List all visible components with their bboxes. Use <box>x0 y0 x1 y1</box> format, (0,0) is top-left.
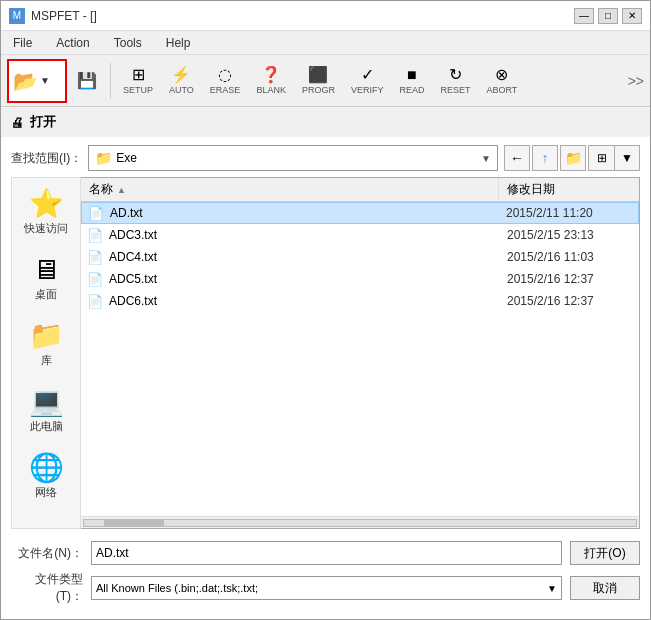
titlebar-left: M MSPFET - [] <box>9 8 97 24</box>
quick-access-icon: ⭐ <box>29 190 64 218</box>
filetype-row: 文件类型(T)： All Known Files (.bin;.dat;.tsk… <box>11 571 640 605</box>
save-button[interactable]: 💾 <box>69 59 105 103</box>
blank-label: BLANK <box>256 85 286 95</box>
location-text: Exe <box>116 151 477 165</box>
file-area: ⭐ 快速访问 🖥 桌面 📁 库 💻 此电脑 🌐 网络 <box>11 177 640 529</box>
file-list-header: 名称 ▲ 修改日期 <box>81 178 639 202</box>
sidebar-item-quick-access[interactable]: ⭐ 快速访问 <box>14 186 78 240</box>
sidebar-item-this-pc[interactable]: 💻 此电脑 <box>14 384 78 438</box>
filetype-dropdown-icon: ▼ <box>547 583 557 594</box>
file-name: ADC6.txt <box>105 294 499 308</box>
network-icon: 🌐 <box>29 454 64 482</box>
filetype-combo[interactable]: All Known Files (.bin;.dat;.tsk;.txt; ▼ <box>91 576 562 600</box>
blank-button[interactable]: ❓ BLANK <box>249 59 293 103</box>
table-row[interactable]: 📄 ADC5.txt 2015/2/16 12:37 <box>81 268 639 290</box>
filename-input[interactable] <box>91 541 562 565</box>
sort-icon: ▲ <box>117 185 126 195</box>
table-row[interactable]: 📄 ADC4.txt 2015/2/16 11:03 <box>81 246 639 268</box>
file-name: AD.txt <box>106 206 498 220</box>
menu-file[interactable]: File <box>5 34 40 52</box>
filetype-label: 文件类型(T)： <box>11 571 83 605</box>
dialog-title: 打开 <box>30 113 56 131</box>
view-button[interactable]: ⊞ ▼ <box>588 145 640 171</box>
auto-button[interactable]: ⚡ AUTO <box>162 59 201 103</box>
scrollbar-thumb[interactable] <box>104 520 164 526</box>
sidebar-quick-access-label: 快速访问 <box>24 221 68 236</box>
sidebar-library-label: 库 <box>41 353 52 368</box>
cancel-button[interactable]: 取消 <box>570 576 640 600</box>
file-icon: 📄 <box>85 294 105 309</box>
filename-row: 文件名(N)： 打开(O) <box>11 541 640 565</box>
minimize-button[interactable]: — <box>574 8 594 24</box>
table-row[interactable]: 📄 AD.txt 2015/2/11 11:20 <box>81 202 639 224</box>
back-button[interactable]: ← <box>504 145 530 171</box>
main-window: M MSPFET - [] — □ ✕ File Action Tools He… <box>0 0 651 620</box>
close-button[interactable]: ✕ <box>622 8 642 24</box>
table-row[interactable]: 📄 ADC6.txt 2015/2/16 12:37 <box>81 290 639 312</box>
abort-button[interactable]: ⊗ ABORT <box>479 59 524 103</box>
file-list: 📄 AD.txt 2015/2/11 11:20 📄 ADC3.txt 2015… <box>81 202 639 516</box>
program-button[interactable]: ⬛ PROGR <box>295 59 342 103</box>
verify-icon: ✓ <box>361 67 374 83</box>
file-icon: 📄 <box>85 250 105 265</box>
sidebar-item-desktop[interactable]: 🖥 桌面 <box>14 252 78 306</box>
menu-action[interactable]: Action <box>48 34 97 52</box>
toolbar-separator-1 <box>110 63 111 99</box>
read-label: READ <box>399 85 424 95</box>
save-icon: 💾 <box>77 73 97 89</box>
erase-button[interactable]: ◌ ERASE <box>203 59 248 103</box>
sidebar-item-library[interactable]: 📁 库 <box>14 318 78 372</box>
column-date[interactable]: 修改日期 <box>499 178 639 201</box>
sidebar-network-label: 网络 <box>35 485 57 500</box>
program-label: PROGR <box>302 85 335 95</box>
file-date: 2015/2/16 11:03 <box>499 250 639 264</box>
new-folder-button[interactable]: 📁 <box>560 145 586 171</box>
location-folder-icon: 📁 <box>95 150 112 166</box>
erase-icon: ◌ <box>218 67 232 83</box>
file-date: 2015/2/16 12:37 <box>499 272 639 286</box>
file-name: ADC3.txt <box>105 228 499 242</box>
location-nav-buttons: ← ↑ 📁 ⊞ ▼ <box>504 145 640 171</box>
column-name-label: 名称 <box>89 181 113 198</box>
app-icon: M <box>9 8 25 24</box>
this-pc-icon: 💻 <box>29 388 64 416</box>
window-title: MSPFET - [] <box>31 9 97 23</box>
read-button[interactable]: ■ READ <box>392 59 431 103</box>
toolbar: 📂 ▼ 💾 ⊞ SETUP ⚡ AUTO ◌ ERASE ❓ BLANK <box>1 55 650 107</box>
table-row[interactable]: 📄 ADC3.txt 2015/2/15 23:13 <box>81 224 639 246</box>
column-name[interactable]: 名称 ▲ <box>81 178 499 201</box>
titlebar: M MSPFET - [] — □ ✕ <box>1 1 650 31</box>
verify-label: VERIFY <box>351 85 384 95</box>
file-icon: 📄 <box>86 206 106 221</box>
horizontal-scrollbar[interactable] <box>81 516 639 528</box>
filetype-text: All Known Files (.bin;.dat;.tsk;.txt; <box>96 582 547 594</box>
dialog-body: 查找范围(I)： 📁 Exe ▼ ← ↑ 📁 ⊞ ▼ ⭐ <box>1 137 650 619</box>
location-combo[interactable]: 📁 Exe ▼ <box>88 145 498 171</box>
auto-label: AUTO <box>169 85 194 95</box>
verify-button[interactable]: ✓ VERIFY <box>344 59 391 103</box>
abort-label: ABORT <box>486 85 517 95</box>
forward-button[interactable]: ↑ <box>532 145 558 171</box>
abort-icon: ⊗ <box>495 67 508 83</box>
sidebar-desktop-label: 桌面 <box>35 287 57 302</box>
setup-label: SETUP <box>123 85 153 95</box>
sidebar-item-network[interactable]: 🌐 网络 <box>14 450 78 504</box>
dialog-icon: 🖨 <box>11 115 24 130</box>
open-file-button[interactable]: 打开(O) <box>570 541 640 565</box>
menu-tools[interactable]: Tools <box>106 34 150 52</box>
location-bar: 查找范围(I)： 📁 Exe ▼ ← ↑ 📁 ⊞ ▼ <box>11 145 640 171</box>
blank-icon: ❓ <box>261 67 281 83</box>
open-button[interactable]: 📂 ▼ <box>7 59 67 103</box>
scrollbar-track[interactable] <box>83 519 637 527</box>
open-dropdown-icon: ▼ <box>40 75 50 86</box>
reset-button[interactable]: ↻ RESET <box>433 59 477 103</box>
toolbar-more[interactable]: >> <box>628 73 644 89</box>
reset-icon: ↻ <box>449 67 462 83</box>
file-name: ADC4.txt <box>105 250 499 264</box>
setup-button[interactable]: ⊞ SETUP <box>116 59 160 103</box>
menubar: File Action Tools Help <box>1 31 650 55</box>
file-list-container: 名称 ▲ 修改日期 📄 AD.txt 2015/2/11 11:20 📄 ADC… <box>81 177 640 529</box>
file-date: 2015/2/15 23:13 <box>499 228 639 242</box>
maximize-button[interactable]: □ <box>598 8 618 24</box>
menu-help[interactable]: Help <box>158 34 199 52</box>
